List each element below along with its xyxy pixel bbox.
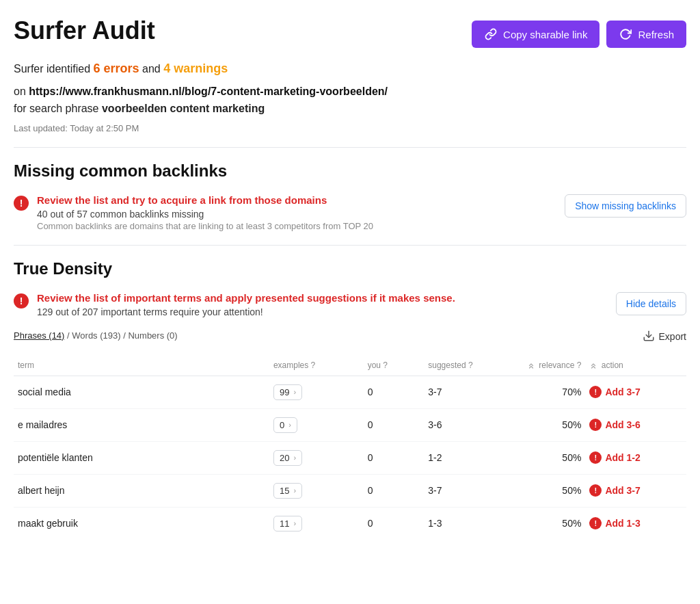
summary-url: on https://www.frankhusmann.nl/blog/7-co… (14, 83, 686, 101)
col-header-you[interactable]: you ? (364, 355, 425, 376)
cell-term: albert heijn (14, 474, 269, 507)
action-add: ! Add 1-2 (589, 451, 682, 464)
alert-left: ! Review the list and try to acquire a l… (14, 194, 373, 231)
refresh-icon (619, 27, 632, 41)
copy-link-button[interactable]: Copy sharable link (472, 21, 600, 48)
density-alert-text: Review the list of important terms and a… (37, 292, 455, 319)
cell-relevance: 50% (504, 441, 585, 474)
cell-you: 0 (364, 376, 425, 408)
true-density-section: True Density ! Review the list of import… (14, 259, 686, 533)
alert-text: Review the list and try to acquire a lin… (37, 194, 373, 231)
action-error-icon: ! (589, 419, 602, 431)
table-row: maakt gebruik 11 › 0 1-3 50% ! Add 1-3 (14, 507, 686, 533)
export-button[interactable]: Export (643, 330, 686, 344)
copy-link-icon (484, 27, 498, 41)
cell-you: 0 (364, 408, 425, 441)
cell-action: ! Add 1-3 (585, 507, 686, 533)
chevron-icon: › (293, 454, 296, 462)
cell-term: potentiële klanten (14, 441, 269, 474)
density-alert-title: Review the list of important terms and a… (37, 292, 455, 304)
col-header-action[interactable]: action (585, 355, 686, 376)
words-text: Words (193) (72, 330, 120, 341)
table-header-row: term examples ? you ? suggested ? (14, 355, 686, 376)
section-divider-2 (14, 245, 686, 246)
density-alert-icon: ! (14, 293, 29, 308)
action-add: ! Add 1-3 (589, 517, 682, 529)
action-add: ! Add 3-6 (589, 419, 682, 431)
summary-errors: Surfer identified 6 errors and 4 warning… (14, 59, 686, 79)
cell-suggested: 3-7 (424, 376, 504, 408)
cell-you: 0 (364, 441, 425, 474)
action-add: ! Add 3-7 (589, 484, 682, 497)
table-row: potentiële klanten 20 › 0 1-2 50% ! Add … (14, 441, 686, 474)
chevron-icon: › (293, 486, 296, 495)
density-table-wrapper[interactable]: term examples ? you ? suggested ? (14, 355, 686, 533)
action-error-icon: ! (589, 386, 602, 398)
export-row: Export (643, 330, 686, 344)
missing-backlinks-section: Missing common backlinks ! Review the li… (14, 161, 686, 231)
density-table: term examples ? you ? suggested ? (14, 355, 686, 533)
cell-examples: 11 › (269, 507, 364, 533)
action-error-icon: ! (589, 451, 602, 464)
cell-term: maakt gebruik (14, 507, 269, 533)
cell-term: social media (14, 376, 269, 408)
density-alert-sub: 129 out of 207 important terms require y… (37, 306, 455, 317)
numbers-text: Numbers (0) (128, 330, 177, 341)
summary-phrase: for search phrase voorbeelden content ma… (14, 100, 686, 118)
cell-suggested: 3-6 (424, 408, 504, 441)
cell-relevance: 50% (504, 408, 585, 441)
cell-examples: 0 › (269, 408, 364, 441)
cell-examples: 20 › (269, 441, 364, 474)
alert-sub: 40 out of 57 common backlinks missing (37, 209, 373, 220)
hide-details-button[interactable]: Hide details (616, 292, 686, 315)
missing-backlinks-alert: ! Review the list and try to acquire a l… (14, 194, 686, 231)
phrases-link[interactable]: Phrases (14) (14, 330, 64, 341)
missing-backlinks-title: Missing common backlinks (14, 161, 686, 181)
examples-badge[interactable]: 11 › (273, 516, 302, 531)
chevron-icon: › (288, 421, 291, 429)
cell-term: e mailadres (14, 408, 269, 441)
chevron-icon: › (293, 388, 296, 396)
page-title: Surfer Audit (14, 16, 155, 45)
col-header-suggested[interactable]: suggested ? (424, 355, 504, 376)
cell-action: ! Add 3-7 (585, 376, 686, 408)
header-buttons: Copy sharable link Refresh (472, 16, 686, 48)
alert-error-icon: ! (14, 196, 29, 211)
cell-examples: 15 › (269, 474, 364, 507)
table-row: e mailadres 0 › 0 3-6 50% ! Add 3-6 (14, 408, 686, 441)
action-add: ! Add 3-7 (589, 386, 682, 398)
examples-badge[interactable]: 0 › (273, 417, 297, 433)
cell-suggested: 3-7 (424, 474, 504, 507)
cell-suggested: 1-3 (424, 507, 504, 533)
col-header-term: term (14, 355, 269, 376)
cell-suggested: 1-2 (424, 441, 504, 474)
sort-icon-relevance (527, 360, 539, 370)
examples-badge[interactable]: 15 › (273, 483, 302, 499)
alert-title: Review the list and try to acquire a lin… (37, 194, 373, 206)
examples-badge[interactable]: 20 › (273, 450, 302, 466)
cell-relevance: 50% (504, 507, 585, 533)
cell-action: ! Add 3-7 (585, 474, 686, 507)
cell-you: 0 (364, 507, 425, 533)
export-icon (643, 330, 655, 344)
sort-icon-action (589, 360, 601, 370)
col-header-examples[interactable]: examples ? (269, 355, 364, 376)
cell-examples: 99 › (269, 376, 364, 408)
table-row: albert heijn 15 › 0 3-7 50% ! Add 3-7 (14, 474, 686, 507)
alert-desc: Common backlinks are domains that are li… (37, 221, 373, 231)
section-divider-1 (14, 147, 686, 148)
table-row: social media 99 › 0 3-7 70% ! Add 3-7 (14, 376, 686, 408)
density-alert-left: ! Review the list of important terms and… (14, 292, 455, 319)
col-header-relevance[interactable]: relevance ? (504, 355, 585, 376)
cell-you: 0 (364, 474, 425, 507)
action-error-icon: ! (589, 484, 602, 497)
refresh-button[interactable]: Refresh (606, 21, 686, 48)
cell-relevance: 70% (504, 376, 585, 408)
phrases-nav: Phrases (14) / Words (193) / Numbers (0) (14, 330, 178, 341)
examples-badge[interactable]: 99 › (273, 384, 302, 400)
true-density-title: True Density (14, 259, 686, 278)
last-updated: Last updated: Today at 2:50 PM (14, 123, 686, 133)
action-error-icon: ! (589, 517, 602, 529)
show-missing-backlinks-button[interactable]: Show missing backlinks (565, 194, 686, 218)
page-header: Surfer Audit Copy sharable link (14, 16, 686, 48)
